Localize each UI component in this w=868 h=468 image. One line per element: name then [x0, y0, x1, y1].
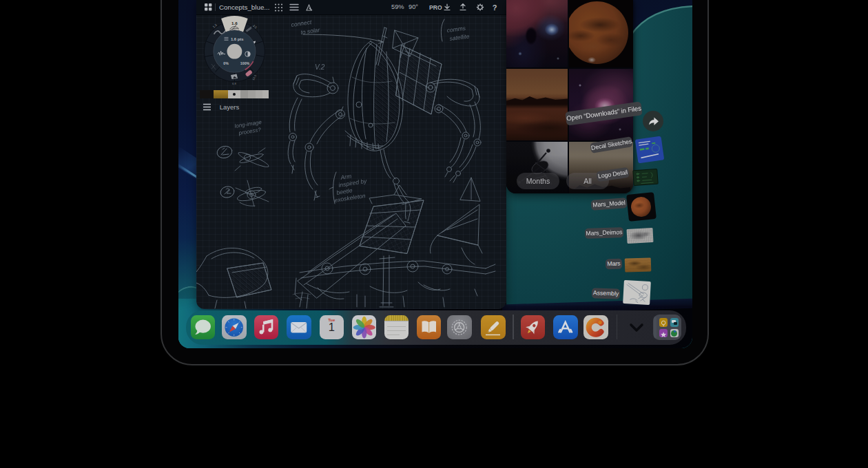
svg-text:connect: connect	[291, 19, 313, 28]
svg-text:?: ?	[493, 3, 497, 12]
svg-text:V.2: V.2	[315, 63, 325, 71]
svg-text:6.8: 6.8	[232, 82, 236, 85]
svg-text:0%: 0%	[223, 61, 229, 65]
svg-text:1.6: 1.6	[231, 21, 238, 25]
svg-text:comms: comms	[446, 25, 466, 34]
svg-text:1.6 pts: 1.6 pts	[231, 37, 243, 41]
svg-text:satellite: satellite	[449, 33, 470, 42]
svg-text:100%: 100%	[240, 61, 250, 65]
